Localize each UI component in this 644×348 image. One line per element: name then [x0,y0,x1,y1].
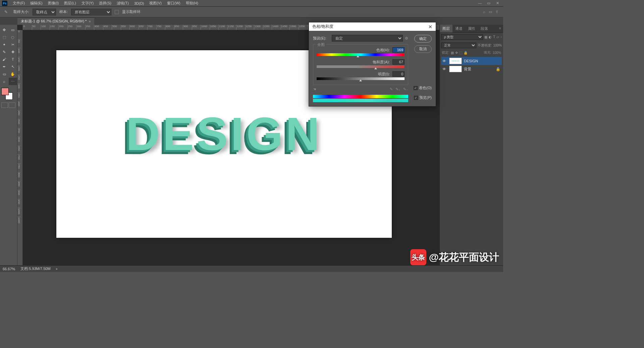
tab-paragraph[interactable]: 段落 [478,25,491,32]
color-swatches[interactable] [1,88,13,100]
close-button[interactable]: ✕ [495,1,500,5]
type-tool[interactable]: T [9,56,17,63]
watermark: 头条 @花花平面设计 [410,249,499,265]
lightness-label: 明度(I): [378,72,390,77]
lightness-slider[interactable] [317,77,405,81]
crop-tool[interactable]: ✂ [9,41,17,48]
lock-position-icon[interactable]: ✥ [455,51,458,55]
tab-title: 未标题-1 @ 66.7% (DESIGN, RGB/8#) * [21,19,87,24]
hue-saturation-dialog[interactable]: 色相/饱和度 ✕ 预设(E): 自定 ⚙ 全图 色相(H): [309,22,436,107]
show-ring-checkbox[interactable] [115,10,119,14]
scrubby-icon[interactable]: ☚ [313,87,316,91]
fill-value[interactable]: 100% [492,51,501,55]
menu-image[interactable]: 图像(I) [45,1,61,6]
healing-tool[interactable]: ✚ [9,48,17,56]
preset-select[interactable]: 自定 [332,35,403,42]
sample-size-select[interactable]: 取样点 [33,9,56,15]
show-ring-label: 显示取样环 [122,9,141,14]
lock-label: 锁定: [442,50,449,55]
brush-tool[interactable]: 🖌 [0,56,9,63]
lock-all-icon[interactable]: 🔒 [464,51,468,55]
lasso-tool[interactable]: ◌ [9,33,17,41]
preset-gear-icon[interactable]: ⚙ [405,36,408,41]
screenmode-button[interactable] [9,102,15,108]
minimize-button[interactable]: — [478,1,482,5]
path-tool[interactable]: ↖ [9,63,17,70]
saturation-input[interactable] [392,59,405,65]
tab-properties[interactable]: 属性 [465,25,478,32]
share-icon[interactable]: ⇪ [495,10,498,14]
panel-menu-icon[interactable]: ≡ [497,25,503,32]
filter-smart-icon[interactable]: ▫ [500,35,502,39]
menu-layer[interactable]: 图层(L) [61,1,78,6]
lock-artboard-icon[interactable]: ⬚ [459,51,462,55]
cancel-button[interactable]: 取消 [414,45,432,53]
marquee-tool[interactable]: ⬚ [0,33,9,41]
shape-tool[interactable]: ▭ [0,70,9,78]
saturation-slider[interactable] [317,65,405,69]
layer-row[interactable]: 👁 背景 🔒 [441,65,502,73]
master-label[interactable]: 全图 [316,42,326,47]
preview-checkbox[interactable]: ✓ [414,96,418,100]
eyedropper-add-icon[interactable]: ✎₊ [395,87,400,91]
wand-tool[interactable]: ✦ [0,41,9,48]
filter-pixel-icon[interactable]: ▦ [484,35,487,39]
menu-type[interactable]: 文字(Y) [79,1,97,6]
menu-edit[interactable]: 编辑(E) [28,1,45,6]
filter-adjust-icon[interactable]: ◐ [489,35,492,39]
eyedropper-icon[interactable]: ✎ [390,87,393,91]
sample-layers-select[interactable]: 所有图层 [71,9,111,15]
search-icon[interactable]: ⌕ [483,10,485,14]
eyedropper-sub-icon[interactable]: ✎₋ [403,87,408,91]
foreground-color[interactable] [1,88,9,95]
maximize-button[interactable]: ▭ [486,1,491,5]
menu-file[interactable]: 文件(F) [10,1,28,6]
filter-type-icon[interactable]: T [493,35,495,39]
document-info[interactable]: 文档:5.93M/7.50M [20,266,50,271]
window-controls: — ▭ ✕ [478,1,502,5]
hue-slider[interactable] [317,53,405,57]
edit-toolbar[interactable]: ⋯ [9,78,17,85]
tab-channels[interactable]: 通道 [452,25,465,32]
opacity-value[interactable]: 100% [493,44,502,47]
hand-tool[interactable]: ✋ [9,70,17,78]
layer-thumbnail[interactable]: DESIGN [449,58,462,64]
zoom-level[interactable]: 66.67% [3,267,15,271]
docinfo-arrow-icon[interactable]: ▸ [56,267,58,271]
hue-input[interactable] [392,47,405,53]
colorize-checkbox[interactable]: ✓ [414,86,418,90]
menu-help[interactable]: 帮助(H) [183,1,201,6]
layer-row[interactable]: 👁 DESIGN DESIGN [441,57,502,65]
artboard-tool[interactable]: ▭ [9,26,17,33]
zoom-tool[interactable]: ⌕ [0,78,9,85]
workspace-icon[interactable]: ▭ [489,10,492,14]
options-bar: ✎ 取样大小: 取样点 样本: 所有图层 显示取样环 ⌕ ▭ ⇪ [0,7,503,17]
lock-pixels-icon[interactable]: ▦ [451,51,454,55]
pen-tool[interactable]: ✒ [0,63,9,70]
document-tab[interactable]: 未标题-1 @ 66.7% (DESIGN, RGB/8#) * × [17,17,94,25]
menu-filter[interactable]: 滤镜(T) [114,1,131,6]
layer-filter-select[interactable]: ρ 类型 [441,34,483,40]
dialog-titlebar[interactable]: 色相/饱和度 ✕ [309,22,436,31]
visibility-icon[interactable]: 👁 [442,67,447,71]
quickmask-button[interactable] [1,102,8,108]
visibility-icon[interactable]: 👁 [442,59,447,63]
menu-select[interactable]: 选择(S) [96,1,114,6]
status-bar: 66.67% 文档:5.93M/7.50M ▸ [0,265,503,272]
eyedropper-tool-icon[interactable]: ✎ [2,8,10,16]
menu-view[interactable]: 视图(V) [147,1,164,6]
eyedropper-tool[interactable]: ✎ [0,48,9,56]
menu-3d[interactable]: 3D(D) [131,1,147,5]
menu-window[interactable]: 窗口(W) [164,1,183,6]
ok-button[interactable]: 确定 [414,35,432,43]
tab-layers[interactable]: 图层 [440,25,452,32]
move-tool[interactable]: ✥ [0,26,9,33]
sample-size-label: 取样大小: [13,9,29,14]
colorize-label: 着色(O) [419,85,432,90]
lightness-input[interactable] [392,71,405,77]
filter-shape-icon[interactable]: ▱ [496,35,499,39]
layer-thumbnail[interactable] [449,66,462,72]
dialog-close-icon[interactable]: ✕ [428,24,432,29]
blend-mode-select[interactable]: 正常 [441,43,476,48]
tab-close-icon[interactable]: × [89,19,91,23]
